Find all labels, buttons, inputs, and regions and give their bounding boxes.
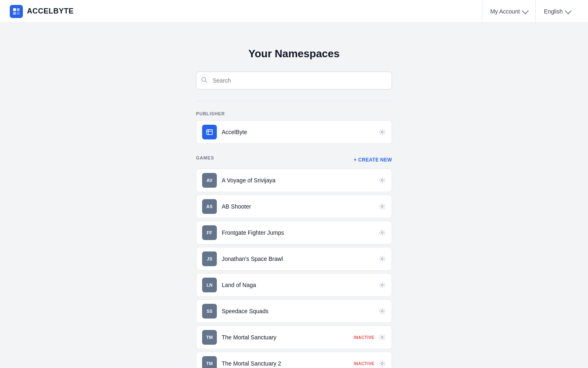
game-item[interactable]: LNLand of Naga xyxy=(196,273,392,297)
game-name: Speedace Squads xyxy=(222,308,379,314)
logo-text: ACCELBYTE xyxy=(27,7,74,16)
svg-point-10 xyxy=(381,180,383,182)
game-item[interactable]: FFFrontgate Fighter Jumps xyxy=(196,221,392,245)
svg-point-17 xyxy=(381,363,383,365)
game-avatar: SS xyxy=(202,304,217,319)
search-wrapper xyxy=(196,72,392,90)
page-title: Your Namespaces xyxy=(248,47,340,60)
svg-rect-6 xyxy=(207,130,212,135)
game-name: Land of Naga xyxy=(222,282,379,288)
svg-rect-0 xyxy=(13,8,16,11)
game-name: The Mortal Sanctuary xyxy=(222,334,354,341)
my-account-label: My Account xyxy=(490,8,520,15)
publisher-item[interactable]: AccelByte xyxy=(196,120,392,144)
game-name: A Voyage of Srivijaya xyxy=(222,177,379,184)
svg-rect-1 xyxy=(17,8,20,11)
svg-rect-3 xyxy=(17,12,20,15)
game-item[interactable]: TMThe Mortal SanctuaryINACTIVE xyxy=(196,325,392,349)
games-list: AVA Voyage of Srivijaya ASAB Shooter FFF… xyxy=(196,168,392,368)
logo[interactable]: ACCELBYTE xyxy=(10,5,74,18)
game-item[interactable]: SSSpeedace Squads xyxy=(196,299,392,323)
publisher-section-label: PUBLISHER xyxy=(196,111,392,116)
game-item[interactable]: ASAB Shooter xyxy=(196,195,392,218)
svg-point-12 xyxy=(381,232,383,234)
game-item[interactable]: TMThe Mortal Sanctuary 2INACTIVE xyxy=(196,352,392,368)
publisher-section: PUBLISHER AccelByte xyxy=(196,111,392,144)
svg-point-16 xyxy=(381,337,383,339)
gear-icon[interactable] xyxy=(379,307,386,315)
games-section-label: GAMES xyxy=(196,155,214,160)
game-avatar: FF xyxy=(202,225,217,240)
chevron-down-icon xyxy=(522,7,529,14)
create-new-button[interactable]: + CREATE NEW xyxy=(354,157,392,163)
publisher-icon xyxy=(202,125,217,139)
gear-icon[interactable] xyxy=(379,177,386,184)
main-content: Your Namespaces PUBLISHER xyxy=(0,23,588,368)
game-avatar: TM xyxy=(202,356,217,368)
game-avatar: AV xyxy=(202,173,217,188)
game-avatar: JS xyxy=(202,251,217,266)
namespace-container: PUBLISHER AccelByte GAMES xyxy=(196,111,392,368)
game-name: AB Shooter xyxy=(222,203,379,210)
game-avatar: LN xyxy=(202,278,217,292)
svg-point-14 xyxy=(381,284,383,286)
svg-rect-2 xyxy=(13,12,16,15)
divider xyxy=(196,101,392,101)
game-name: The Mortal Sanctuary 2 xyxy=(222,360,354,367)
gear-icon[interactable] xyxy=(379,229,386,236)
game-item[interactable]: JSJonathan's Space Brawl xyxy=(196,247,392,271)
game-avatar: TM xyxy=(202,330,217,345)
publisher-name: AccelByte xyxy=(222,129,379,135)
search-input[interactable] xyxy=(196,72,392,90)
gear-icon[interactable] xyxy=(379,334,386,341)
my-account-button[interactable]: My Account xyxy=(482,0,535,23)
svg-point-9 xyxy=(381,131,383,133)
header-right: My Account English xyxy=(482,0,578,23)
game-avatar: AS xyxy=(202,199,217,214)
gear-icon[interactable] xyxy=(379,128,386,136)
gear-icon[interactable] xyxy=(379,255,386,263)
chevron-down-icon xyxy=(565,7,572,14)
svg-point-11 xyxy=(381,206,383,208)
gear-icon[interactable] xyxy=(379,203,386,210)
language-label: English xyxy=(544,8,563,15)
games-section-header: GAMES + CREATE NEW xyxy=(196,155,392,164)
gear-icon[interactable] xyxy=(379,281,386,289)
inactive-badge: INACTIVE xyxy=(354,335,374,340)
logo-icon xyxy=(10,5,23,18)
create-new-label: + CREATE NEW xyxy=(354,157,392,163)
games-section: GAMES + CREATE NEW AVA Voyage of Srivija… xyxy=(196,155,392,368)
game-name: Frontgate Fighter Jumps xyxy=(222,229,379,236)
inactive-badge: INACTIVE xyxy=(354,361,374,366)
language-button[interactable]: English xyxy=(535,0,578,23)
gear-icon[interactable] xyxy=(379,360,386,367)
game-name: Jonathan's Space Brawl xyxy=(222,256,379,262)
svg-point-15 xyxy=(381,310,383,312)
svg-point-13 xyxy=(381,258,383,260)
header: ACCELBYTE My Account English xyxy=(0,0,588,23)
game-item[interactable]: AVA Voyage of Srivijaya xyxy=(196,168,392,192)
